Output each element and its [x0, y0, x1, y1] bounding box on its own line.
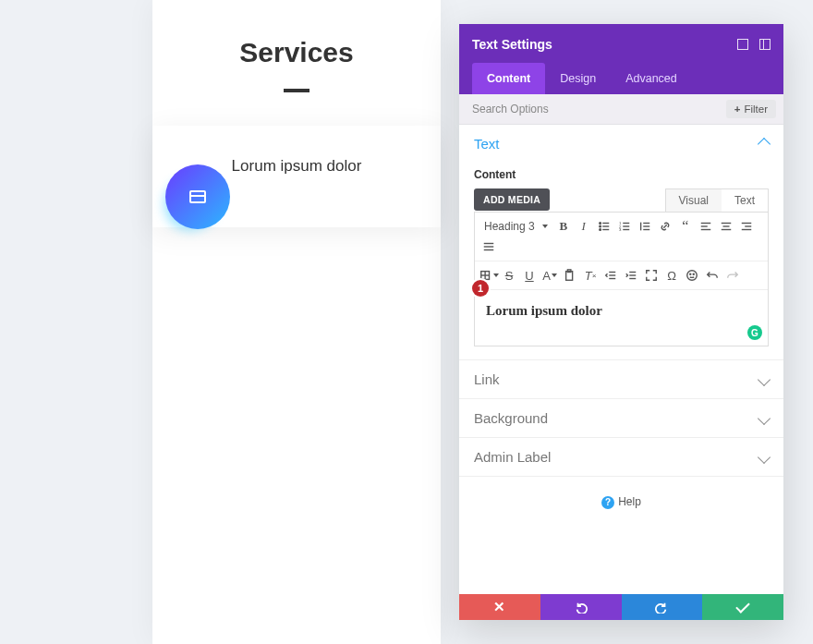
toolbar-row-1: Heading 3 B I 123 “ — [475, 213, 768, 261]
section-text-title: Text — [474, 136, 500, 152]
svg-point-41 — [693, 273, 694, 274]
text-color-button[interactable]: A — [540, 265, 560, 286]
tab-content[interactable]: Content — [472, 63, 545, 94]
search-bar: Search Options + Filter — [459, 94, 783, 125]
title-divider — [284, 89, 309, 92]
chevron-up-icon — [758, 137, 771, 150]
help-row[interactable]: ?Help — [459, 477, 783, 509]
svg-point-40 — [690, 273, 691, 274]
svg-point-0 — [599, 223, 601, 225]
section-link-title: Link — [474, 371, 500, 387]
format-selector[interactable]: Heading 3 — [479, 216, 553, 237]
section-text-header[interactable]: Text — [459, 125, 783, 163]
redo-footer-button[interactable] — [622, 594, 703, 620]
panel-footer: ✕ — [459, 594, 783, 620]
align-justify-button[interactable] — [479, 237, 499, 257]
blockquote-button[interactable] — [635, 216, 655, 237]
clear-formatting-button[interactable]: T× — [580, 265, 601, 286]
undo-footer-button[interactable] — [540, 594, 622, 620]
toolbar-row-2: S U A T× Ω — [475, 261, 768, 290]
svg-text:3: 3 — [619, 227, 622, 232]
section-link: Link — [459, 360, 783, 399]
section-background-title: Background — [474, 410, 548, 426]
section-admin-label-title: Admin Label — [474, 449, 551, 465]
content-label: Content — [474, 168, 769, 181]
snap-right-icon[interactable] — [759, 39, 771, 50]
svg-point-39 — [687, 271, 698, 281]
expand-icon[interactable] — [737, 39, 748, 50]
panel-tabs: Content Design Advanced — [472, 63, 771, 94]
redo-icon — [655, 601, 668, 614]
section-background-header[interactable]: Background — [459, 399, 783, 437]
tab-advanced[interactable]: Advanced — [611, 63, 692, 94]
underline-button[interactable]: U — [519, 265, 540, 286]
special-character-button[interactable]: Ω — [661, 265, 682, 286]
wallet-icon — [189, 190, 206, 203]
align-left-button[interactable] — [696, 216, 716, 237]
section-text: Text Content ADD MEDIA Visual Text Headi… — [459, 125, 783, 360]
numbered-list-button[interactable]: 123 — [614, 216, 635, 237]
wysiwyg-editor: Heading 3 B I 123 “ — [474, 212, 769, 346]
card-icon-circle — [165, 164, 230, 229]
section-link-header[interactable]: Link — [459, 360, 783, 398]
fullscreen-button[interactable] — [641, 265, 661, 286]
chevron-down-icon — [758, 372, 771, 385]
close-icon: ✕ — [493, 599, 505, 615]
check-icon — [735, 599, 750, 614]
italic-button[interactable]: I — [574, 216, 594, 237]
chevron-down-icon — [758, 450, 771, 463]
panel-header: Text Settings Content Design Advanced — [459, 24, 783, 94]
section-background: Background — [459, 399, 783, 438]
undo-icon — [575, 601, 588, 614]
page-title: Services — [152, 37, 441, 68]
panel-title: Text Settings — [472, 37, 552, 52]
settings-panel: Text Settings Content Design Advanced Se… — [459, 24, 783, 620]
align-right-button[interactable] — [736, 216, 757, 237]
bold-button[interactable]: B — [553, 216, 574, 237]
align-center-button[interactable] — [716, 216, 736, 237]
redo-button[interactable] — [722, 265, 743, 286]
tab-visual[interactable]: Visual — [666, 189, 722, 212]
filter-label: Filter — [744, 103, 768, 115]
editor-content-area[interactable]: Lorum ipsum dolor G — [475, 290, 768, 346]
save-button[interactable] — [702, 594, 783, 620]
card-icon-wrap — [165, 164, 230, 229]
service-card[interactable]: Lorum ipsum dolor — [152, 126, 441, 227]
chevron-down-icon — [758, 411, 771, 424]
svg-point-2 — [599, 225, 601, 227]
tab-text-mode[interactable]: Text — [722, 189, 768, 212]
caret-down-icon — [542, 225, 548, 228]
section-admin-label: Admin Label — [459, 438, 783, 477]
outdent-button[interactable] — [601, 265, 621, 286]
tab-design[interactable]: Design — [545, 63, 611, 94]
svg-point-4 — [599, 229, 601, 231]
preview-canvas: Services Lorum ipsum dolor — [152, 0, 441, 644]
paste-button[interactable] — [560, 265, 580, 286]
grammarly-icon[interactable]: G — [747, 325, 762, 340]
emoji-button[interactable] — [682, 265, 702, 286]
add-media-button[interactable]: ADD MEDIA — [474, 188, 550, 211]
format-selector-value: Heading 3 — [484, 220, 535, 233]
plus-icon: + — [734, 103, 741, 115]
cancel-button[interactable]: ✕ — [459, 594, 540, 620]
bullet-list-button[interactable] — [594, 216, 614, 237]
editor-mode-tabs: Visual Text — [665, 188, 769, 212]
link-button[interactable] — [655, 216, 675, 237]
indent-button[interactable] — [621, 265, 641, 286]
panel-body: Text Content ADD MEDIA Visual Text Headi… — [459, 125, 783, 594]
undo-button[interactable] — [702, 265, 722, 286]
search-input[interactable]: Search Options — [472, 103, 549, 115]
section-admin-label-header[interactable]: Admin Label — [459, 438, 783, 476]
help-icon: ? — [601, 496, 614, 509]
editor-text: Lorum ipsum dolor — [486, 303, 757, 319]
quote-button[interactable]: “ — [675, 216, 696, 237]
strikethrough-button[interactable]: S — [499, 265, 519, 286]
help-label: Help — [618, 495, 641, 508]
filter-button[interactable]: + Filter — [726, 100, 776, 118]
